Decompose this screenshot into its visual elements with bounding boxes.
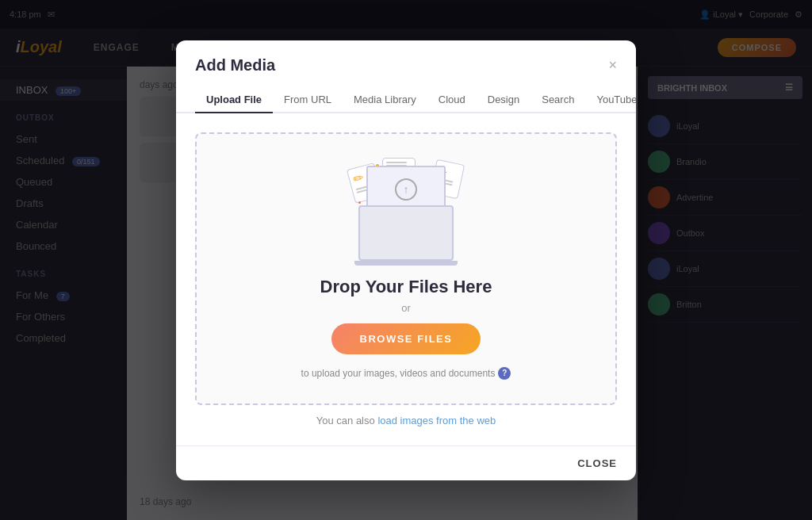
modal-footer: CLOSE bbox=[176, 445, 636, 480]
drop-or: or bbox=[401, 302, 411, 314]
modal-header: Add Media × bbox=[176, 40, 636, 75]
modal-body: ✏ ▶ bbox=[176, 113, 636, 445]
tab-cloud[interactable]: Cloud bbox=[427, 87, 477, 113]
tab-media-library[interactable]: Media Library bbox=[343, 87, 427, 113]
web-link-prefix: You can also bbox=[316, 415, 375, 426]
browse-files-button[interactable]: BROWSE FILES bbox=[331, 323, 481, 354]
modal-close-button[interactable]: × bbox=[608, 58, 617, 72]
add-media-modal: Add Media × Upload File From URL Media L… bbox=[176, 40, 636, 480]
upload-arrow-icon: ↑ bbox=[395, 178, 417, 201]
drop-title: Drop Your Files Here bbox=[320, 277, 492, 297]
web-link-section: You can also load images from the web bbox=[195, 405, 617, 426]
tab-youtube[interactable]: YouTube bbox=[585, 87, 636, 113]
footer-close-button[interactable]: CLOSE bbox=[577, 457, 617, 469]
tab-from-url[interactable]: From URL bbox=[273, 87, 343, 113]
sparkle-3 bbox=[358, 201, 361, 204]
laptop-stand bbox=[354, 261, 458, 266]
modal-tabs: Upload File From URL Media Library Cloud… bbox=[176, 75, 636, 113]
tab-search[interactable]: Search bbox=[530, 87, 585, 113]
drop-zone[interactable]: ✏ ▶ bbox=[195, 132, 617, 405]
modal-overlay[interactable]: Add Media × Upload File From URL Media L… bbox=[0, 0, 812, 520]
drop-hint-text: to upload your images, videos and docume… bbox=[301, 368, 496, 379]
laptop-base bbox=[358, 205, 454, 261]
help-icon[interactable]: ? bbox=[498, 367, 511, 380]
drop-hint: to upload your images, videos and docume… bbox=[301, 367, 511, 380]
tab-design[interactable]: Design bbox=[477, 87, 530, 113]
modal-title: Add Media bbox=[195, 56, 275, 75]
tab-upload-file[interactable]: Upload File bbox=[195, 87, 273, 113]
upload-illustration: ✏ ▶ bbox=[343, 158, 469, 261]
web-link-anchor[interactable]: load images from the web bbox=[377, 415, 496, 426]
